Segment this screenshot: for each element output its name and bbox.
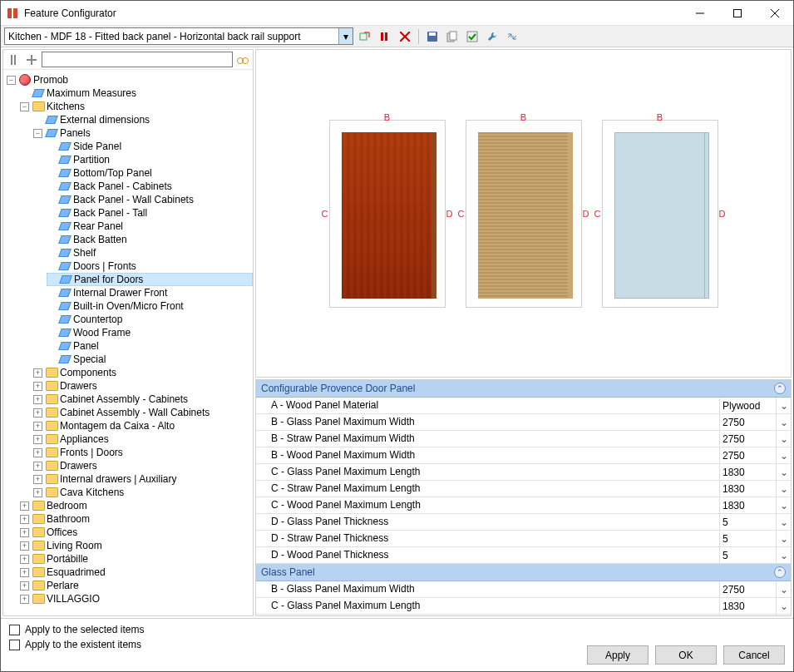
binoculars-icon[interactable]: [234, 52, 251, 68]
chevron-down-icon[interactable]: ⌄: [776, 598, 791, 614]
tree-node[interactable]: Special: [47, 353, 253, 366]
tree-node[interactable]: Shelf: [47, 246, 253, 259]
chevron-down-icon[interactable]: ▾: [338, 28, 353, 44]
property-value-input[interactable]: [720, 600, 776, 612]
tree-node[interactable]: +Drawers: [33, 459, 253, 472]
delete-icon[interactable]: [397, 28, 413, 45]
chevron-down-icon[interactable]: ⌄: [776, 497, 791, 513]
chevron-down-icon[interactable]: ⌄: [776, 398, 791, 413]
property-value-cell[interactable]: [719, 615, 776, 616]
property-value-input[interactable]: [720, 433, 776, 445]
chevron-down-icon[interactable]: ⌄: [776, 414, 791, 430]
tree-node[interactable]: Countertop: [47, 313, 253, 326]
tree-node[interactable]: Panel: [47, 339, 253, 353]
tree-node[interactable]: +Living Room: [20, 539, 253, 552]
tree-node[interactable]: +VILLAGGIO: [20, 592, 253, 605]
apply-selected-checkbox[interactable]: Apply to the selected items: [9, 624, 785, 635]
maximize-button[interactable]: [718, 1, 756, 25]
tree-node[interactable]: −Promob: [7, 73, 253, 86]
tree-node[interactable]: +Cabinet Assembly - Wall Cabinets: [33, 406, 253, 419]
chevron-down-icon[interactable]: ⌄: [776, 547, 791, 563]
property-value-input[interactable]: [720, 483, 776, 495]
tree-node[interactable]: Partition: [47, 153, 253, 166]
tree-expand-icon[interactable]: [23, 52, 40, 68]
tree-node[interactable]: +Offices: [20, 526, 253, 539]
ok-button[interactable]: OK: [655, 645, 717, 665]
tree-node[interactable]: Back Panel - Cabinets: [47, 180, 253, 193]
edit-icon[interactable]: [357, 28, 373, 45]
property-value-input[interactable]: [720, 516, 776, 528]
save-icon[interactable]: [424, 28, 441, 45]
close-button[interactable]: [756, 1, 793, 25]
tree-node[interactable]: +Cava Kitchens: [33, 486, 253, 499]
property-value-input[interactable]: [720, 467, 776, 478]
property-value-cell[interactable]: [719, 497, 776, 513]
tree-node[interactable]: +Bathroom: [20, 512, 253, 526]
collapse-icon[interactable]: ⌃: [774, 566, 786, 578]
tree-node[interactable]: Built-in Oven/Micro Front: [47, 299, 253, 313]
tree-node[interactable]: +Internal drawers | Auxiliary: [33, 472, 253, 486]
chevron-down-icon[interactable]: ⌄: [776, 581, 791, 597]
property-value-input[interactable]: [720, 500, 776, 511]
tree-node[interactable]: Maximum Measures: [20, 86, 253, 100]
chevron-down-icon[interactable]: ⌄: [776, 615, 791, 616]
tree-node[interactable]: +Fronts | Doors: [33, 446, 253, 459]
tree-node[interactable]: Side Panel: [47, 140, 253, 153]
property-value-input[interactable]: [720, 450, 776, 462]
tree-node[interactable]: +Appliances: [33, 432, 253, 446]
chevron-down-icon[interactable]: ⌄: [776, 464, 791, 480]
property-value-cell[interactable]: [719, 514, 776, 530]
tree-node[interactable]: Back Panel - Wall Cabinets: [47, 193, 253, 206]
tree-node[interactable]: +Bedroom: [20, 499, 253, 512]
property-group-header[interactable]: Configurable Provence Door Panel⌃: [256, 380, 791, 398]
property-value-cell[interactable]: [719, 581, 776, 597]
tree-node[interactable]: Doors | Fronts: [47, 259, 253, 273]
tree-node[interactable]: −Panels: [33, 126, 253, 140]
property-value-cell[interactable]: [719, 481, 776, 497]
tree-node[interactable]: Wood Frame: [47, 326, 253, 339]
property-value-input[interactable]: [720, 400, 776, 412]
tree-node[interactable]: Bottom/Top Panel: [47, 166, 253, 180]
tree-node[interactable]: +Perlare: [20, 579, 253, 592]
minimize-button[interactable]: [681, 1, 718, 25]
feature-combo[interactable]: Kitchen - MDF 18 - Fitted back panel - H…: [4, 27, 353, 45]
property-value-cell[interactable]: [719, 464, 776, 480]
cancel-button[interactable]: Cancel: [723, 645, 785, 665]
property-value-input[interactable]: [720, 417, 776, 428]
chevron-down-icon[interactable]: ⌄: [776, 531, 791, 546]
adjust-icon[interactable]: [377, 28, 393, 45]
copy-icon[interactable]: [444, 28, 461, 45]
chevron-down-icon[interactable]: ⌄: [776, 431, 791, 447]
expand-icon[interactable]: [504, 28, 520, 45]
chevron-down-icon[interactable]: ⌄: [776, 481, 791, 497]
tree-node[interactable]: +Portábille: [20, 552, 253, 566]
property-value-cell[interactable]: [719, 598, 776, 614]
apply-button[interactable]: Apply: [587, 645, 649, 665]
validate-icon[interactable]: [464, 28, 481, 45]
property-value-cell[interactable]: [719, 398, 776, 413]
tree-node[interactable]: Panel for Doors: [47, 273, 253, 286]
tree-node[interactable]: +Components: [33, 366, 253, 379]
property-value-cell[interactable]: [719, 414, 776, 430]
property-value-input[interactable]: [720, 550, 776, 561]
tree-node[interactable]: −Kitchens: [20, 100, 253, 113]
property-value-cell[interactable]: [719, 531, 776, 546]
tree-search-input[interactable]: [42, 52, 233, 67]
tree-node[interactable]: External dimensions: [33, 113, 253, 126]
tree-node[interactable]: +Montagem da Caixa - Alto: [33, 419, 253, 432]
property-value-cell[interactable]: [719, 431, 776, 447]
tree-node[interactable]: Internal Drawer Front: [47, 286, 253, 299]
wrench-icon[interactable]: [484, 28, 501, 45]
tree-node[interactable]: Rear Panel: [47, 220, 253, 233]
feature-tree[interactable]: −PromobMaximum Measures−KitchensExternal…: [3, 70, 253, 615]
property-value-input[interactable]: [720, 584, 776, 595]
tree-collapse-icon[interactable]: [5, 52, 22, 68]
property-value-input[interactable]: [720, 533, 776, 545]
tree-node[interactable]: +Esquadrimed: [20, 566, 253, 579]
chevron-down-icon[interactable]: ⌄: [776, 514, 791, 530]
tree-node[interactable]: Back Batten: [47, 233, 253, 246]
tree-node[interactable]: +Drawers: [33, 379, 253, 393]
tree-node[interactable]: +Cabinet Assembly - Cabinets: [33, 393, 253, 406]
property-value-cell[interactable]: [719, 447, 776, 463]
property-group-header[interactable]: Glass Panel⌃: [256, 564, 791, 581]
